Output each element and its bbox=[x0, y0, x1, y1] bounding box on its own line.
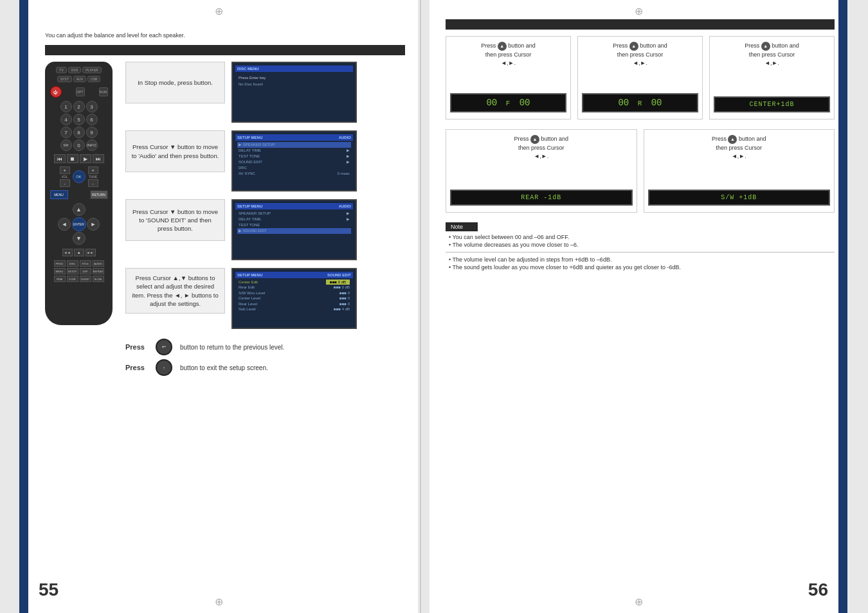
page-separator bbox=[420, 0, 421, 613]
return-btn[interactable]: RETURN bbox=[90, 190, 108, 199]
prev-btn[interactable]: ⏮ bbox=[54, 154, 66, 163]
screen1-display: DISC MENU Press Enter key No Disc found bbox=[231, 62, 357, 123]
card-fl: Press ▲ button andthen press Cursor◄,►. … bbox=[446, 36, 571, 120]
power-btn[interactable]: ⏻ bbox=[50, 86, 62, 98]
note-bullet3: • The volume level can be adjusted in st… bbox=[446, 256, 835, 263]
menu-btn[interactable]: MENU bbox=[50, 190, 68, 199]
prog-btn[interactable]: PROG bbox=[54, 260, 66, 267]
num2-btn[interactable]: 2 bbox=[73, 101, 85, 112]
cursor-right-btn[interactable]: ► bbox=[87, 218, 100, 231]
note-section: Note • You can select between 00 and –06… bbox=[446, 222, 835, 271]
note-bullet4: • The sound gets louder as you move clos… bbox=[446, 264, 835, 271]
exit-icon[interactable]: ↑ bbox=[156, 359, 172, 376]
num1-btn[interactable]: 1 bbox=[60, 101, 72, 112]
tune-down-btn[interactable]: - bbox=[88, 179, 98, 187]
section-header-left bbox=[45, 45, 405, 55]
cursor-up-btn[interactable]: ▲ bbox=[73, 203, 86, 216]
disc-btn[interactable]: DISC bbox=[67, 260, 78, 267]
card-center-text: Press ▲ button andthen press Cursor◄,►. bbox=[745, 42, 799, 91]
optim-btn[interactable]: OPT bbox=[76, 87, 85, 96]
setup-btn[interactable]: SETUP bbox=[67, 268, 78, 274]
slow-btn[interactable]: SLOW bbox=[93, 276, 104, 282]
num6-btn[interactable]: 6 bbox=[86, 114, 98, 125]
stop-btn[interactable]: ⏹ bbox=[67, 154, 78, 163]
note-divider bbox=[446, 252, 835, 253]
enter-btn[interactable]: ENTER bbox=[72, 217, 86, 231]
play-btn[interactable]: ▶ bbox=[80, 154, 91, 163]
step-1: In Stop mode, press button. DISC MENU Pr… bbox=[125, 62, 405, 123]
right-page: Press ▲ button andthen press Cursor◄,►. … bbox=[429, 0, 847, 613]
step2-text: Press Cursor ▼ button to move to 'Audio'… bbox=[125, 130, 225, 172]
num5-btn[interactable]: 5 bbox=[73, 114, 85, 125]
crosshair-bottom: ⊕ bbox=[215, 596, 223, 608]
ok-btn[interactable]: OK bbox=[73, 170, 86, 183]
tv-btn[interactable]: TV bbox=[56, 67, 66, 73]
syst-btn[interactable]: SYST bbox=[57, 76, 72, 82]
card-rear-level-screen: REAR -1dB bbox=[450, 190, 633, 206]
num9-btn[interactable]: 9 bbox=[86, 127, 98, 138]
page-number-right: 56 bbox=[808, 580, 828, 600]
next-btn[interactable]: ⏭ bbox=[93, 154, 104, 163]
step-3: Press Cursor ▼ button to move to 'SOUND … bbox=[125, 199, 405, 260]
menu2-btn[interactable]: MENU bbox=[54, 268, 66, 274]
crosshair-bottom-right: ⊕ bbox=[635, 596, 643, 608]
number-btn[interactable]: NUM bbox=[99, 87, 108, 96]
cursor-down-btn[interactable]: ▼ bbox=[73, 232, 86, 245]
title-btn[interactable]: TITLE bbox=[80, 260, 91, 267]
step1-text: In Stop mode, press button. bbox=[125, 62, 225, 103]
card-fl-text: Press ▲ button andthen press Cursor◄,►. bbox=[481, 42, 536, 88]
return-icon[interactable]: ↩ bbox=[156, 339, 172, 355]
cards-row2: Press ▲ button andthen press Cursor◄,►. … bbox=[446, 129, 835, 213]
tune-up-btn[interactable]: + bbox=[88, 166, 98, 174]
step-4: Press Cursor ▲,▼ buttons to select and a… bbox=[125, 268, 405, 329]
dvd-btn[interactable]: DVD bbox=[68, 67, 82, 73]
num3-btn[interactable]: 3 bbox=[86, 101, 98, 112]
func3-btn[interactable]: ►► bbox=[86, 249, 96, 256]
vol-down-btn[interactable]: - bbox=[60, 179, 70, 187]
card-subwoofer: Press ▲ button andthen press Cursor◄,►. … bbox=[644, 129, 835, 213]
step-2: Press Cursor ▼ button to move to 'Audio'… bbox=[125, 130, 405, 191]
sleep-btn[interactable]: SLEEP bbox=[80, 276, 91, 282]
card-rear-level: Press ▲ button andthen press Cursor◄,►. … bbox=[446, 129, 637, 213]
random-btn[interactable]: RDM bbox=[54, 276, 66, 282]
num0-btn[interactable]: 0 bbox=[73, 139, 85, 151]
center-display-text: CENTER+1dB bbox=[720, 101, 824, 108]
dsp-btn[interactable]: DSP bbox=[80, 268, 91, 274]
search-btn[interactable]: SR bbox=[60, 139, 72, 151]
section-header-right bbox=[446, 19, 835, 30]
card-center-screen: CENTER+1dB bbox=[714, 96, 830, 112]
step3-text: Press Cursor ▼ button to move to 'SOUND … bbox=[125, 199, 225, 241]
info-btn[interactable]: INFO bbox=[86, 139, 98, 151]
num7-btn[interactable]: 7 bbox=[60, 127, 72, 138]
screen4-display: SETUP MENUSOUND EDIT Center Edit ■■■ 0 d… bbox=[231, 268, 357, 329]
card-rear-text: Press ▲ button andthen press Cursor◄,►. bbox=[613, 42, 667, 88]
folder-btn[interactable]: FLDR bbox=[67, 276, 78, 282]
header-text: You can adjust the balance and level for… bbox=[45, 32, 405, 39]
card-rear: Press ▲ button andthen press Cursor◄,►. … bbox=[577, 36, 703, 120]
right-content: Press ▲ button andthen press Cursor◄,►. … bbox=[446, 19, 835, 271]
note-bullet1: • You can select between 00 and –06 and … bbox=[446, 234, 835, 240]
vol-up-btn[interactable]: + bbox=[60, 166, 70, 174]
note-bullet2: • The volume decreases as you move close… bbox=[446, 242, 835, 248]
func2-btn[interactable]: ■ bbox=[74, 249, 84, 256]
num8-btn[interactable]: 8 bbox=[73, 127, 85, 138]
aux-btn[interactable]: AUX bbox=[73, 76, 86, 82]
audio-sel-btn[interactable]: AUDIO bbox=[93, 260, 104, 267]
screen3-display: SETUP MENUAUDIO SPEAKER SETUP ▶ DELAY TI… bbox=[231, 199, 357, 260]
subwoofer-display-text: S/W +1dB bbox=[655, 194, 824, 201]
fl-display-text: 00 F 00 bbox=[457, 98, 560, 108]
remote-control: TV DVD PLAYER SYST AUX USB ⏻ OPT NUM bbox=[45, 62, 113, 325]
page-number-left: 55 bbox=[39, 580, 59, 600]
card-center: Press ▲ button andthen press Cursor◄,►. … bbox=[709, 36, 835, 120]
rear-display-text: 00 R 00 bbox=[588, 98, 692, 108]
player-btn[interactable]: PLAYER bbox=[82, 67, 101, 73]
usb-btn[interactable]: USB bbox=[87, 76, 100, 82]
rear-level-display-text: REAR -1dB bbox=[457, 194, 626, 201]
num4-btn[interactable]: 4 bbox=[60, 114, 72, 125]
cursor-left-btn[interactable]: ◄ bbox=[58, 218, 71, 231]
steps-container: In Stop mode, press button. DISC MENU Pr… bbox=[125, 62, 405, 329]
crosshair-top: ⊕ bbox=[215, 5, 223, 17]
repeat-btn[interactable]: REPEAT bbox=[93, 268, 104, 274]
left-page: You can adjust the balance and level for… bbox=[19, 0, 418, 613]
func1-btn[interactable]: ◄◄ bbox=[62, 249, 73, 256]
